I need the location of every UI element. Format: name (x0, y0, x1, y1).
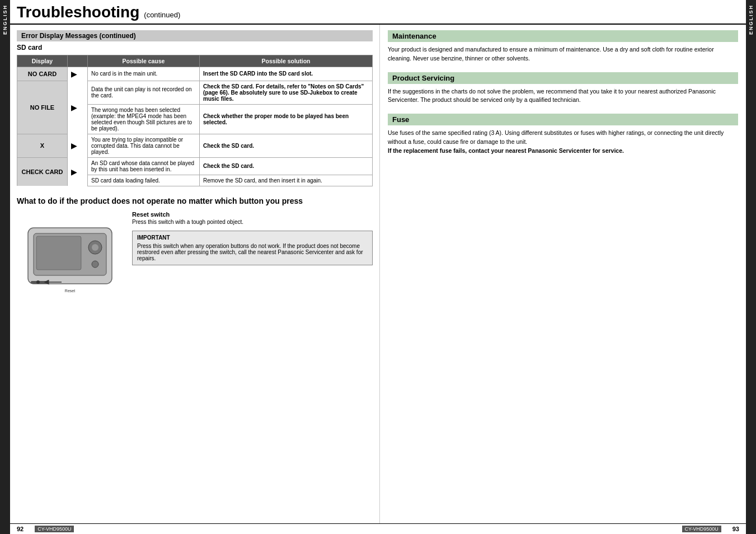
side-label-right: ENGLISH (746, 0, 756, 534)
model-num-right: CY-VHD9500U (682, 526, 721, 532)
page-subtitle: (continued) (144, 11, 180, 19)
page-title: Troubleshooting (17, 3, 139, 21)
side-label-right-text: ENGLISH (748, 4, 754, 35)
sd-card-label: SD card (17, 44, 373, 51)
footer-right: CY-VHD9500U 93 (682, 526, 739, 532)
product-servicing-text: If the suggestions in the charts do not … (388, 87, 738, 105)
svg-text:Reset: Reset (65, 289, 75, 293)
svg-point-4 (92, 244, 98, 251)
fuse-text: Use fuses of the same specified rating (… (388, 129, 738, 155)
arrow-no-file: ▶ (68, 81, 81, 134)
product-servicing-section: Product Servicing If the suggestions in … (388, 72, 738, 105)
cause-check-card-2: SD card data loading failed. (88, 175, 200, 186)
important-title: IMPORTANT (137, 235, 368, 241)
arrow-x: ▶ (68, 134, 81, 157)
side-label-left: ENGLISH (0, 0, 10, 534)
table-row: NO FILE ▶ Data the unit can play is not … (17, 81, 373, 104)
fuse-text-normal: Use fuses of the same specified rating (… (388, 129, 724, 145)
page-footer: 92 CY-VHD9500U CY-VHD9500U 93 (10, 523, 746, 534)
col-spacer (68, 55, 88, 67)
trouble-table: Display Possible cause Possible solution… (17, 55, 373, 186)
fuse-text-bold: If the replacement fuse fails, contact y… (388, 147, 624, 154)
display-no-file: NO FILE (17, 81, 68, 134)
reset-text-area: Reset switch Press this switch with a to… (132, 211, 373, 265)
table-row: X ▶ You are trying to play incompatible … (17, 134, 373, 157)
left-column: Error Display Messages (continued) SD ca… (10, 25, 379, 523)
device-svg: Reset (17, 211, 123, 295)
svg-point-8 (36, 280, 40, 284)
product-servicing-header: Product Servicing (388, 72, 738, 84)
solution-no-file-2: Check whether the proper mode to be play… (200, 104, 373, 134)
svg-rect-2 (36, 236, 81, 270)
right-column: Maintenance Your product is designed and… (379, 25, 746, 523)
arrow-check-card: ▶ (68, 157, 81, 186)
model-num-left: CY-VHD9500U (35, 526, 74, 532)
device-illustration: Reset (17, 211, 123, 295)
solution-check-card-2: Remove the SD card, and then insert it i… (200, 175, 373, 186)
error-display-section-header: Error Display Messages (continued) (17, 30, 373, 41)
error-display-cont-label: (continued) (99, 32, 135, 40)
maintenance-section: Maintenance Your product is designed and… (388, 30, 738, 63)
display-no-card: NO CARD (17, 67, 68, 81)
cause-x: You are trying to play incompatible or c… (88, 134, 200, 157)
table-row: CHECK CARD ▶ An SD card whose data canno… (17, 157, 373, 175)
col-cause: Possible cause (88, 55, 200, 67)
maintenance-header: Maintenance (388, 30, 738, 42)
cause-no-file-2: The wrong mode has been selected (exampl… (88, 104, 200, 134)
solution-no-card: Insert the SD CARD into the SD card slot… (200, 67, 373, 81)
page-num-left: 92 (17, 526, 24, 532)
arrow-no-card: ▶ (68, 67, 81, 81)
page-header: Troubleshooting (continued) (10, 0, 746, 25)
reset-content: Reset (17, 211, 373, 295)
fuse-section: Fuse Use fuses of the same specified rat… (388, 114, 738, 155)
page-num-right: 93 (732, 526, 739, 532)
side-label-left-text: ENGLISH (2, 4, 8, 35)
maintenance-text: Your product is designed and manufacture… (388, 45, 738, 63)
display-x: X (17, 134, 68, 157)
reset-switch-desc: Press this switch with a tough pointed o… (132, 219, 373, 225)
footer-left: 92 CY-VHD9500U (17, 526, 74, 532)
svg-point-5 (92, 261, 98, 268)
error-display-label: Error Display Messages (21, 32, 97, 40)
col-display: Display (17, 55, 68, 67)
cause-no-card: No card is in the main unit. (88, 67, 200, 81)
col-solution: Possible solution (200, 55, 373, 67)
cause-check-card-1: An SD card whose data cannot be played b… (88, 157, 200, 175)
reset-section: What to do if the product does not opera… (17, 196, 373, 295)
table-row: NO CARD ▶ No card is in the main unit. I… (17, 67, 373, 81)
display-check-card: CHECK CARD (17, 157, 68, 186)
solution-no-file-1: Check the SD card. For details, refer to… (200, 81, 373, 104)
important-box: IMPORTANT Press this switch when any ope… (132, 231, 373, 265)
solution-check-card-1: Check the SD card. (200, 157, 373, 175)
reset-switch-label: Reset switch (132, 211, 373, 218)
important-text: Press this switch when any operation but… (137, 243, 368, 261)
cause-no-file-1: Data the unit can play is not recorded o… (88, 81, 200, 104)
reset-title: What to do if the product does not opera… (17, 196, 373, 205)
fuse-header: Fuse (388, 114, 738, 125)
solution-x: Check the SD card. (200, 134, 373, 157)
